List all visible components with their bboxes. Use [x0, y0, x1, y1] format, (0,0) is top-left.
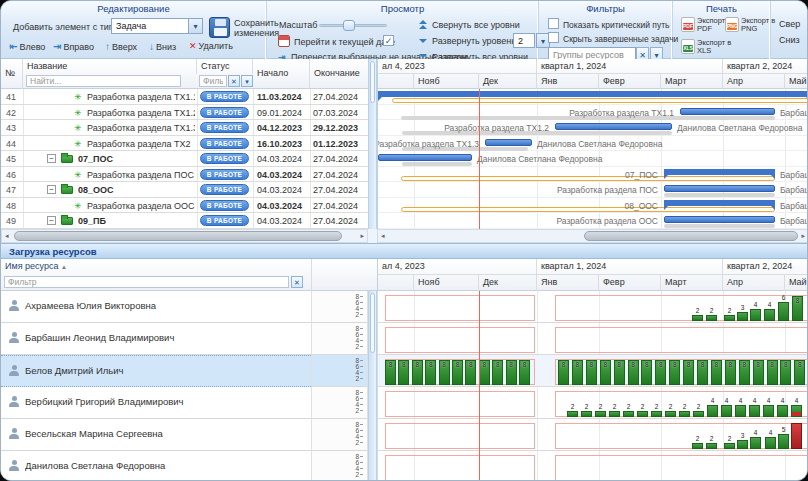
- start-date: 04.03.2024: [257, 216, 307, 226]
- gantt-hscrollbar[interactable]: ◂ ▸: [377, 229, 808, 243]
- sort-asc-icon: ▲: [61, 264, 67, 270]
- resource-row[interactable]: Весельская Марина Сергеевна: [1, 419, 311, 451]
- move-left-button[interactable]: ⇤Влево: [9, 41, 45, 52]
- load-bar-value: 4: [762, 301, 777, 308]
- timeline-month-cell: Март: [661, 275, 723, 291]
- save-icon[interactable]: [209, 17, 230, 38]
- status-filter-dropdown-icon[interactable]: ▾: [241, 75, 253, 87]
- delete-button[interactable]: ✕Удалить: [189, 41, 233, 51]
- table-row[interactable]: 45−07_ПОСВ РАБОТЕ04.03.202427.04.2024: [1, 151, 368, 167]
- gantt-task-bar[interactable]: [664, 216, 775, 223]
- table-row[interactable]: 47−08_ООСВ РАБОТЕ04.03.202427.04.2024: [1, 182, 368, 198]
- tree-expander-icon[interactable]: −: [47, 216, 56, 225]
- load-bar-value: 8: [598, 361, 613, 368]
- collapse-all-button[interactable]: Свернуть все уровни: [432, 20, 520, 30]
- resource-row[interactable]: Ахрамеева Юлия Викторовна: [1, 291, 311, 323]
- status-badge: В РАБОТЕ: [200, 107, 249, 118]
- column-divider: [253, 89, 254, 104]
- table-row[interactable]: 44✳Разработка раздела ТХ2В РАБОТЕ16.10.2…: [1, 136, 368, 152]
- table-row[interactable]: 46✳Разработка раздела ПОСВ РАБОТЕ04.03.2…: [1, 167, 368, 183]
- scroll-left-icon[interactable]: ◂: [381, 230, 385, 242]
- column-divider: [310, 167, 311, 182]
- scrollbar-thumb[interactable]: [370, 61, 375, 103]
- critical-path-checkbox[interactable]: [548, 18, 559, 29]
- goto-current-date-button[interactable]: Перейти к текущей дате: [294, 37, 395, 47]
- status-filter-input[interactable]: [199, 75, 227, 87]
- gantt-summary-bar[interactable]: [664, 169, 775, 175]
- task-search-input[interactable]: [26, 75, 181, 87]
- capacity-outline: [555, 455, 808, 481]
- timeline-month-cell: [378, 275, 414, 291]
- row-number: 49: [1, 216, 21, 226]
- table-row[interactable]: 48✳Разработка раздела ООСВ РАБОТЕ04.03.2…: [1, 198, 368, 214]
- gantt-task-bar[interactable]: [485, 139, 532, 146]
- column-header-start: Начало: [253, 59, 310, 89]
- critical-path-label: Показать критический путь: [563, 20, 670, 30]
- scroll-right-icon[interactable]: ▸: [801, 230, 805, 242]
- gantt-bar-label: 08_ООС: [458, 201, 658, 211]
- expand-level-button[interactable]: Развернуть уровень: [432, 36, 516, 46]
- person-icon: [9, 365, 19, 376]
- axis-tick-label: 2: [347, 407, 359, 414]
- column-divider: [197, 151, 198, 166]
- gantt-task-bar[interactable]: [378, 154, 472, 161]
- load-bar: [693, 411, 704, 417]
- summary-end-cap: [664, 206, 668, 210]
- table-row[interactable]: 41✳Разработка раздела ТХ1.1В РАБОТЕ11.03…: [1, 89, 368, 105]
- scrollbar-thumb[interactable]: [370, 293, 375, 353]
- table-row[interactable]: 42✳Разработка раздела ТХ1.2В РАБОТЕ09.01…: [1, 105, 368, 121]
- arrow-up-icon: ↑: [105, 41, 110, 52]
- load-bar-overload-segment: [792, 412, 801, 416]
- table-row[interactable]: 49−09_ПБВ РАБОТЕ04.03.202427.04.2024: [1, 213, 368, 229]
- resource-row[interactable]: Белов Дмитрий Ильич: [1, 355, 311, 387]
- resource-filter-input[interactable]: [4, 276, 289, 288]
- scroll-right-icon[interactable]: ▸: [360, 230, 364, 242]
- gantt-summary-bar[interactable]: [664, 200, 775, 206]
- goto-current-date-checkbox[interactable]: ✓: [383, 35, 394, 46]
- expand-level-select[interactable]: 2 ▾: [513, 33, 535, 48]
- calendar-icon: [278, 35, 290, 47]
- resource-row[interactable]: Данилова Светлана Федоровна: [1, 451, 311, 481]
- axis-tick-label: 2: [347, 471, 359, 478]
- hide-completed-checkbox[interactable]: [548, 32, 559, 43]
- move-up-button[interactable]: ↑Вверх: [105, 41, 137, 52]
- task-icon: ✳: [74, 139, 82, 149]
- clipped-button-1[interactable]: Свер: [779, 19, 800, 29]
- resource-row[interactable]: Вербицкий Григорий Владимирович: [1, 387, 311, 419]
- move-right-button[interactable]: ⇥Вправо: [53, 41, 94, 52]
- resource-load-row: 88888888888888888888888888888: [378, 355, 808, 387]
- resource-filter-clear-icon[interactable]: ✕: [291, 276, 303, 288]
- table-row[interactable]: 43✳Разработка раздела ТХ1.3В РАБОТЕ04.12…: [1, 120, 368, 136]
- task-vertical-scrollbar[interactable]: [368, 59, 377, 229]
- task-grid-hscrollbar[interactable]: ◂ ▸: [1, 229, 368, 243]
- load-bar: [735, 405, 746, 417]
- end-date: 07.03.2024: [313, 108, 365, 118]
- column-divider: [310, 120, 311, 135]
- status-filter-clear-icon[interactable]: ✕: [228, 75, 240, 87]
- gantt-task-bar[interactable]: [555, 123, 672, 130]
- move-down-button[interactable]: ↓Вниз: [149, 41, 176, 52]
- gantt-task-bar[interactable]: [664, 185, 775, 192]
- scale-slider-thumb[interactable]: [343, 20, 355, 31]
- chevron-down-icon[interactable]: ▾: [188, 18, 203, 34]
- resource-row[interactable]: Барбашин Леонид Владимирович: [1, 323, 311, 355]
- task-type-select[interactable]: Задача ▾: [111, 18, 203, 34]
- clipped-button-2[interactable]: Сниз: [779, 35, 800, 45]
- tree-expander-icon[interactable]: −: [47, 154, 56, 163]
- task-name: Разработка раздела ПОС: [87, 170, 195, 180]
- scrollbar-thumb[interactable]: [14, 231, 342, 241]
- tree-expander-icon[interactable]: −: [47, 185, 56, 194]
- column-divider: [310, 105, 311, 120]
- scroll-left-icon[interactable]: ◂: [5, 230, 9, 242]
- resource-vertical-scrollbar[interactable]: [368, 291, 377, 481]
- column-divider: [253, 151, 254, 166]
- gantt-summary-bar[interactable]: [378, 91, 808, 97]
- task-icon: ✳: [74, 201, 82, 211]
- export-xls-button[interactable]: Экспорт вXLS: [697, 39, 731, 55]
- load-bar-value: 4: [719, 397, 734, 404]
- gantt-task-bar[interactable]: [680, 108, 775, 115]
- row-divider: [378, 354, 808, 355]
- scrollbar-thumb[interactable]: [584, 231, 798, 241]
- row-number: 42: [1, 108, 21, 118]
- load-bar-value: 4: [748, 301, 763, 308]
